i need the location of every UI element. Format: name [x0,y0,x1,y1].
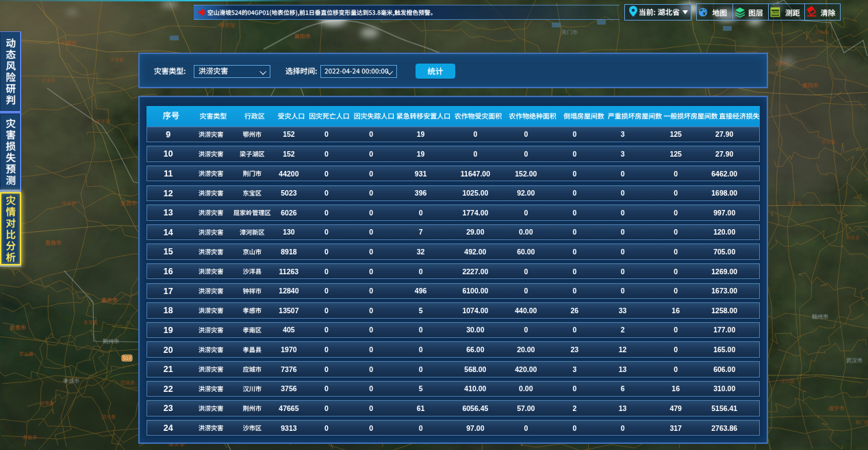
svg-text:6100.00: 6100.00 [462,287,488,295]
svg-text:568.00: 568.00 [464,365,486,373]
svg-text:0: 0 [572,287,576,295]
svg-text:931: 931 [415,170,427,178]
svg-text:0: 0 [369,189,373,197]
svg-text:0: 0 [674,170,678,178]
svg-text:0: 0 [324,228,329,236]
svg-text:0: 0 [324,150,329,158]
svg-text:0: 0 [572,130,576,138]
svg-text:66.00: 66.00 [466,345,484,354]
svg-text:410.00: 410.00 [464,384,486,393]
svg-text:29.00: 29.00 [466,228,484,236]
svg-text:0: 0 [369,345,373,354]
svg-text:0: 0 [369,404,373,412]
svg-text:0: 0 [621,228,625,236]
svg-text:26: 26 [570,306,578,315]
svg-text:0: 0 [324,267,329,276]
svg-text:19: 19 [417,130,425,138]
svg-text:0: 0 [369,384,373,393]
svg-text:0: 0 [621,287,625,295]
svg-text:0: 0 [324,345,329,354]
svg-text:606.00: 606.00 [713,365,735,373]
svg-text:16: 16 [672,384,680,393]
svg-text:479: 479 [669,404,682,412]
svg-text:0: 0 [524,326,528,334]
svg-text:5: 5 [419,306,423,315]
svg-text:0: 0 [621,209,625,217]
svg-text:405: 405 [283,326,295,334]
svg-text:130: 130 [283,228,295,236]
svg-text:3756: 3756 [281,384,297,393]
svg-text:0: 0 [621,170,625,178]
svg-text:0: 0 [369,228,373,236]
svg-text:0: 0 [324,326,329,334]
svg-text:165.00: 165.00 [713,345,735,354]
svg-text:20.00: 20.00 [517,345,535,354]
svg-text:0: 0 [419,209,423,217]
svg-text:24: 24 [164,423,173,433]
svg-text:0: 0 [674,228,678,236]
svg-text:0: 0 [572,209,576,217]
svg-text:0: 0 [524,424,528,432]
svg-text:1673.00: 1673.00 [711,287,737,295]
svg-text:0: 0 [572,150,576,158]
svg-text:0.00: 0.00 [519,228,533,236]
svg-text:0: 0 [419,345,423,354]
svg-text:0: 0 [674,365,678,373]
svg-text:0: 0 [369,287,373,295]
svg-text:1269.00: 1269.00 [711,267,737,276]
svg-text:2: 2 [621,326,625,334]
svg-text:11: 11 [164,169,173,178]
svg-text:0: 0 [369,424,373,432]
svg-text:44200: 44200 [279,170,298,178]
svg-text:27.90: 27.90 [715,130,733,138]
svg-text:22: 22 [164,384,173,394]
svg-text:7376: 7376 [281,365,297,373]
svg-text:0: 0 [524,287,528,295]
svg-text:0: 0 [572,424,576,432]
svg-text:5: 5 [419,384,423,393]
svg-text:1025.00: 1025.00 [462,189,488,197]
svg-text:3: 3 [621,130,625,138]
svg-text:27.90: 27.90 [715,150,733,158]
svg-text:23: 23 [164,403,173,413]
svg-text:0: 0 [324,287,329,295]
svg-text:2: 2 [572,404,576,412]
svg-text:30.00: 30.00 [466,326,484,334]
svg-text:0: 0 [324,248,329,256]
svg-text:23: 23 [570,345,578,354]
svg-text:19: 19 [417,150,425,158]
svg-text:5156.41: 5156.41 [711,404,737,412]
svg-text:0: 0 [369,267,373,276]
svg-text:0: 0 [674,248,678,256]
svg-text:6462.00: 6462.00 [711,170,737,178]
svg-text:1774.00: 1774.00 [462,209,488,217]
svg-text:57.00: 57.00 [517,404,535,412]
svg-text:0: 0 [572,228,576,236]
svg-text:0: 0 [621,424,625,432]
svg-text:0: 0 [674,267,678,276]
svg-text:14: 14 [164,228,173,237]
svg-text:16: 16 [672,306,680,315]
svg-text:1074.00: 1074.00 [462,306,488,315]
svg-text:5023: 5023 [281,189,297,197]
svg-text:12840: 12840 [279,287,298,295]
svg-text:0: 0 [324,209,329,217]
svg-text:310.00: 310.00 [713,384,735,393]
svg-text:8918: 8918 [281,248,297,256]
svg-text:0: 0 [572,267,576,276]
svg-text:152: 152 [283,150,295,158]
svg-text:33: 33 [619,306,627,315]
svg-text:0: 0 [572,189,576,197]
svg-text:496: 496 [415,287,427,295]
svg-text:9: 9 [166,130,170,140]
svg-text:0: 0 [572,170,576,178]
svg-text:1258.00: 1258.00 [711,306,737,315]
svg-text:0: 0 [324,365,329,373]
svg-text:10: 10 [164,149,173,159]
svg-text:0: 0 [674,345,678,354]
svg-text:19: 19 [164,326,173,335]
svg-text:12: 12 [619,345,627,354]
svg-text:0: 0 [524,267,528,276]
svg-text:20: 20 [164,345,173,355]
svg-text:0: 0 [324,424,329,432]
